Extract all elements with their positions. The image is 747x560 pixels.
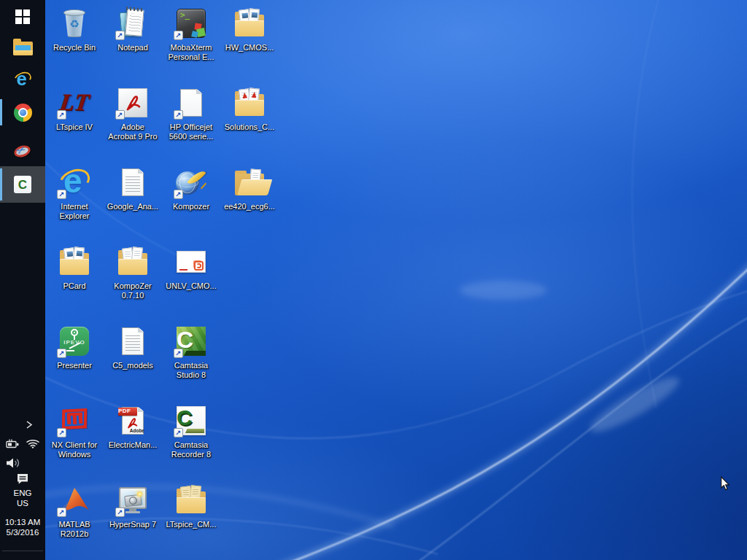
folder-documents-icon (57, 244, 92, 279)
icon-label: Adobe Acrobat 9 Pro (108, 122, 157, 141)
shortcut-arrow-icon (57, 349, 66, 358)
hypersnap-icon (115, 483, 150, 518)
desktop-icon-unlv-cmo[interactable]: UNLV_CMO... (162, 240, 220, 319)
running-indicator (0, 99, 2, 125)
desktop-icon-hypersnap[interactable]: HyperSnap 7 (104, 478, 162, 558)
shortcut-arrow-icon (57, 508, 66, 517)
icon-label: Recycle Bin (53, 43, 96, 52)
start-button[interactable] (0, 1, 45, 32)
desktop-icon-solutions-folder[interactable]: Solutions_C... (220, 81, 279, 160)
shortcut-arrow-icon (174, 31, 183, 40)
internet-explorer-button[interactable]: e (0, 64, 45, 95)
desktop-icon-presenter[interactable]: IPEVO Presenter (45, 319, 104, 399)
notepad-icon (115, 6, 150, 41)
icon-label: Presenter (57, 361, 92, 370)
desktop-icon-hp-officejet[interactable]: HP Officejet 5600 serie... (162, 81, 220, 160)
desktop-icon-camtasia-studio[interactable]: C Camtasia Studio 8 (162, 319, 220, 399)
recycle-bin-icon (57, 6, 92, 41)
adobe-wordmark: Adobe (130, 428, 144, 433)
desktop-icon-notepad[interactable]: Notepad (104, 1, 162, 81)
shortcut-arrow-icon (57, 110, 66, 120)
snipping-tool-button[interactable] (0, 136, 45, 166)
desktop-icon-pcard-folder[interactable]: PCard (45, 240, 104, 319)
language-line2: US (17, 498, 28, 508)
icon-label: Camtasia Studio 8 (174, 361, 208, 380)
desktop-icon-nx-client[interactable]: NX Client for Windows (45, 399, 104, 478)
icon-label: Kompozer (173, 202, 209, 211)
wifi-icon[interactable] (26, 438, 39, 451)
volume-icon[interactable] (6, 456, 23, 469)
icon-label: C5_models (112, 361, 153, 370)
folder-documents-icon (174, 483, 209, 518)
language-indicator[interactable]: ENG US (0, 488, 45, 508)
terminal-prompt-glyph: >_ (180, 11, 190, 19)
recycle-glyph-icon (57, 18, 92, 31)
icon-label: LTspice IV (56, 122, 93, 132)
tray-expand-chevron[interactable] (0, 418, 45, 431)
desktop-icon-kompozer-folder[interactable]: KompoZer 0.7.10 (104, 240, 162, 319)
mobaxterm-icon: >_ (174, 6, 209, 41)
desktop-icon-mobaxterm[interactable]: >_ MobaXterm Personal E... (162, 1, 220, 81)
show-desktop-button[interactable] (0, 551, 45, 560)
clock-time: 10:13 AM (5, 517, 41, 527)
icon-label: HyperSnap 7 (109, 520, 156, 529)
action-center-icon[interactable] (0, 471, 45, 486)
battery-icon[interactable] (6, 438, 20, 451)
desktop-icon-grid: Recycle Bin Notepad >_ MobaXterm Persona… (45, 1, 279, 558)
desktop-icon-kompozer[interactable]: Kompozer (162, 160, 220, 240)
matlab-icon (57, 483, 92, 518)
desktop-icon-hw-cmos-folder[interactable]: HW_CMOS... (220, 1, 279, 81)
acrobat-a-glyph (123, 93, 142, 112)
shortcut-arrow-icon (57, 190, 66, 199)
text-document-icon (115, 324, 150, 359)
icon-label: PCard (63, 281, 85, 291)
shortcut-arrow-icon (115, 31, 125, 40)
icon-label: Solutions_C... (225, 122, 274, 132)
language-line1: ENG (14, 488, 32, 498)
icon-label: KompoZer 0.7.10 (114, 281, 151, 300)
taskbar-clock[interactable]: 10:13 AM 5/3/2016 (0, 517, 45, 537)
tray-status-row (0, 438, 45, 451)
shortcut-arrow-icon (174, 190, 183, 199)
snipping-tool-icon (12, 143, 33, 159)
desktop-icon-c5-models-document[interactable]: C5_models (104, 319, 162, 399)
camtasia-button[interactable]: C (0, 166, 45, 203)
desktop-icon-ltspice-iv[interactable]: LT LTspice IV (45, 81, 104, 160)
desktop-icon-ltspice-cm-folder[interactable]: LTspice_CM... (162, 478, 220, 558)
icon-label: Internet Explorer (60, 202, 90, 221)
icon-label: LTspice_CM... (166, 520, 217, 529)
desktop-icon-adobe-acrobat[interactable]: Adobe Acrobat 9 Pro (104, 81, 162, 160)
shortcut-arrow-icon (57, 428, 66, 438)
desktop-icon-google-ana-document[interactable]: Google_Ana... (104, 160, 162, 240)
desktop-icon-matlab[interactable]: MATLAB R2012b (45, 478, 104, 558)
icon-label: Camtasia Recorder 8 (171, 440, 211, 459)
file-explorer-icon (13, 40, 33, 55)
blank-document-icon (174, 85, 209, 120)
desktop-icon-internet-explorer[interactable]: e Internet Explorer (45, 160, 104, 240)
desktop-icon-camtasia-recorder[interactable]: C Camtasia Recorder 8 (162, 399, 220, 478)
icon-label: ElectricMan... (109, 440, 158, 450)
adobe-acrobat-icon (115, 85, 150, 120)
file-explorer-button[interactable] (0, 32, 45, 63)
folder-open-icon (232, 165, 267, 200)
desktop-icon-recycle-bin[interactable]: Recycle Bin (45, 1, 104, 81)
folder-pdf-documents-icon (232, 85, 267, 120)
desktop-icon-ee420-folder[interactable]: ee420_ecg6... (220, 160, 279, 240)
shortcut-arrow-icon (115, 508, 125, 517)
shortcut-arrow-icon (174, 428, 183, 438)
shortcut-arrow-icon (174, 349, 183, 358)
pdf-badge: PDF (118, 408, 137, 416)
kompozer-icon (174, 165, 209, 200)
icon-label: UNLV_CMO... (166, 281, 216, 291)
desktop-icon-electricman-pdf[interactable]: PDFAdobe ElectricMan... (104, 399, 162, 478)
folder-documents-icon (232, 6, 267, 41)
text-document-icon (115, 165, 150, 200)
camtasia-icon: C (14, 176, 31, 193)
camtasia-studio-icon: C (174, 324, 209, 359)
chrome-button[interactable] (0, 97, 45, 128)
shortcut-arrow-icon (174, 110, 183, 120)
windows-logo-icon (15, 9, 30, 24)
taskbar: e C ENG US 10:13 AM 5/3/2016 (0, 0, 45, 560)
icon-label: Google_Ana... (107, 202, 158, 211)
icon-label: HW_CMOS... (225, 43, 274, 52)
